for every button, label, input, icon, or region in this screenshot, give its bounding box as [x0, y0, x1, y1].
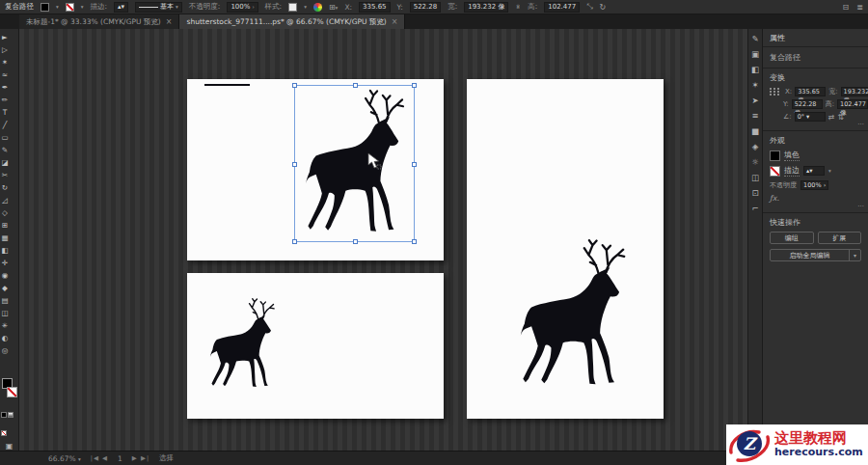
transform-menu-icon[interactable]: ⤡ [586, 2, 592, 12]
properties-panel-title[interactable]: 属性 [763, 29, 868, 47]
export-panel-icon[interactable]: ➤ [751, 96, 758, 105]
zoom-tool-icon[interactable]: ◎ [0, 344, 10, 357]
eyedropper-tool-icon[interactable]: ✛ [0, 257, 10, 269]
appearance-stroke-label[interactable]: 描边 [784, 165, 800, 177]
flip-horizontal-icon[interactable]: ⇄ [828, 113, 835, 122]
free-transform-tool-icon[interactable]: ⊞ [0, 219, 10, 232]
group-button[interactable]: 编组 [770, 232, 814, 244]
align-menu-icon[interactable]: ⊞▾ [329, 3, 338, 12]
gradient-button[interactable] [8, 412, 14, 418]
none-button[interactable] [1, 430, 7, 436]
brushes-panel-icon[interactable]: ◧ [751, 66, 759, 74]
stroke-swatch[interactable] [66, 3, 74, 12]
tab-close-icon[interactable]: × [392, 17, 398, 26]
tx-field[interactable]: 335.65 像 [795, 87, 826, 96]
width-tool-icon[interactable]: ◇ [0, 206, 10, 219]
transform-more-options[interactable]: ··· [857, 121, 864, 128]
selection-type-label: 复合路径 [5, 2, 34, 12]
stroke-weight-dropdown-icon[interactable]: ▾ [828, 168, 831, 174]
magic-wand-tool-icon[interactable]: ✶ [0, 56, 10, 68]
direct-selection-tool-icon[interactable]: ▷ [0, 43, 10, 56]
layers-panel-icon[interactable]: ⊡ [751, 189, 758, 198]
deer-artwork-medium[interactable] [508, 234, 637, 396]
opacity-select[interactable]: 100%› [227, 2, 258, 13]
scale-tool-icon[interactable]: ◿ [0, 194, 10, 206]
artboard-number-select[interactable]: 1 [118, 454, 122, 463]
color-button[interactable] [1, 412, 7, 418]
slice-tool-icon[interactable]: ✳ [0, 319, 10, 332]
ty-field[interactable]: 522.28 像 [792, 99, 823, 109]
fill-panel-icon[interactable]: ■ [751, 127, 759, 136]
appearance-fill-label[interactable]: 填色 [784, 150, 800, 161]
workspace-menu-icon[interactable]: ≣ [856, 3, 863, 12]
effects-button[interactable]: ƒx. [770, 194, 779, 203]
style-swatch[interactable] [288, 3, 297, 12]
artboard-tool-icon[interactable]: ◫ [0, 307, 10, 319]
fill-dropdown-icon[interactable]: ▾ [56, 4, 59, 10]
constrain-proportions-icon[interactable]: ∞ [514, 4, 522, 10]
canvas[interactable] [19, 29, 747, 451]
x-field[interactable]: 335.65 [359, 2, 391, 13]
stray-path-object[interactable] [204, 84, 250, 86]
arrange-docs-icon[interactable]: ⊟ [843, 3, 850, 12]
stroke-dropdown-icon[interactable]: ▾ [81, 4, 84, 10]
tab-untitled-1[interactable]: 未标题-1* @ 33.33% (CMYK/GPU 预览) × [19, 14, 179, 29]
appearance-fill-swatch[interactable] [770, 150, 780, 161]
fill-swatch[interactable] [41, 3, 49, 12]
brush-preset-select[interactable]: 基本▾ [135, 2, 182, 13]
flip-vertical-icon[interactable]: ⇅ [837, 113, 844, 122]
recolor-artwork-icon[interactable] [313, 3, 322, 12]
gradient-panel-icon[interactable]: ◈ [752, 143, 759, 151]
rotate-tool-icon[interactable]: ↻ [0, 181, 10, 194]
appearance-more-options[interactable]: ··· [857, 203, 864, 210]
artboard-nav-prev-icons[interactable]: |◀ ◀ [91, 454, 108, 462]
lasso-tool-icon[interactable]: ≈ [0, 68, 10, 81]
mesh-tool-icon[interactable]: ▦ [0, 232, 10, 244]
type-tool-icon[interactable]: T [0, 106, 10, 119]
swatches-panel-icon[interactable]: ▣ [751, 50, 759, 59]
transparency-panel-icon[interactable]: ☼ [751, 158, 759, 167]
tab-close-icon[interactable]: × [166, 17, 173, 26]
start-global-edit-button[interactable]: 启动全局编辑 ▾ [770, 249, 861, 261]
rectangle-tool-icon[interactable]: ▭ [0, 131, 10, 144]
reference-point-locator[interactable] [770, 88, 780, 96]
opacity-chevron-icon: › [252, 2, 254, 12]
symbols-panel-icon[interactable]: ✶ [751, 81, 758, 90]
selection-tool-icon[interactable]: ► [0, 31, 10, 43]
blend-tool-icon[interactable]: ◉ [0, 269, 10, 282]
appearance-stroke-swatch[interactable] [770, 166, 780, 177]
artboard-nav-next-icons[interactable]: ▶ ▶| [132, 454, 149, 462]
curvature-tool-icon[interactable]: ✏ [0, 94, 10, 106]
color-panel-icon[interactable]: ✎ [751, 35, 758, 43]
isolate-icon[interactable]: ↻ [600, 3, 607, 12]
style-dropdown-icon[interactable]: ▾ [304, 4, 307, 10]
y-field[interactable]: 522.28 [410, 2, 442, 13]
deer-artwork-large[interactable] [294, 85, 415, 242]
scissors-tool-icon[interactable]: ✂ [0, 169, 10, 181]
hand-tool-icon[interactable]: ◐ [0, 332, 10, 344]
stroke-weight-stepper[interactable]: ▴▾ [114, 2, 128, 13]
panel-opacity-field[interactable]: 100% › [800, 180, 828, 190]
tab-shutterstock[interactable]: shutterstock_977111....ps* @ 66.67% (CMY… [179, 14, 405, 29]
symbol-sprayer-tool-icon[interactable]: ◆ [0, 282, 10, 294]
artboards-panel-icon[interactable]: ◫ [751, 174, 759, 182]
height-field[interactable]: 102.477 [544, 2, 580, 13]
deer-artwork-small[interactable] [203, 295, 282, 394]
expand-button[interactable]: 扩展 [818, 232, 862, 244]
gradient-tool-icon[interactable]: ◧ [0, 244, 10, 257]
pen-tool-icon[interactable]: ✒ [0, 81, 10, 94]
stroke-weight-select[interactable]: ▴▾ [803, 166, 825, 176]
asset-export-panel-icon[interactable]: ⌐ [751, 205, 758, 213]
line-segment-tool-icon[interactable]: ╱ [0, 119, 10, 131]
zoom-level-select[interactable]: 66.67% ▾ [48, 454, 81, 463]
paintbrush-tool-icon[interactable]: ✎ [0, 144, 10, 156]
column-graph-tool-icon[interactable]: ▤ [0, 294, 10, 307]
tw-field[interactable]: 193.232 像 [841, 87, 868, 96]
stroke-panel-icon[interactable]: ≡ [751, 112, 758, 121]
global-edit-dropdown-icon[interactable]: ▾ [849, 250, 860, 260]
width-field[interactable]: 193.232 像 [464, 2, 508, 13]
rotate-field[interactable]: 0° ▾ [795, 112, 826, 122]
th-field[interactable]: 102.477 像 [837, 99, 868, 109]
eraser-tool-icon[interactable]: ◪ [0, 156, 10, 169]
toolbar-stroke-swatch[interactable] [7, 387, 17, 397]
